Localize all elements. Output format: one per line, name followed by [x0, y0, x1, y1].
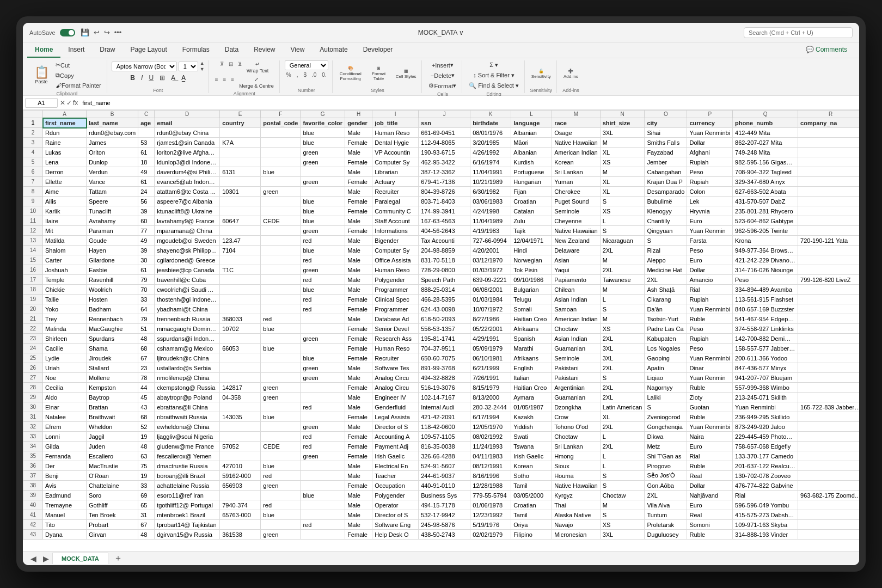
cell-r26-c15[interactable]: Dinar [687, 363, 733, 373]
cell-r43-c14[interactable]: Duguluosey [645, 530, 687, 540]
cell-r38-c3[interactable]: achattelaine Russia [155, 481, 220, 491]
cell-r11-c3[interactable]: lavrahamy9@ France [155, 216, 220, 226]
cut-button[interactable]: ✂ Cut [53, 60, 103, 70]
cell-r18-c0[interactable]: Chickie [43, 285, 87, 295]
cell-r13-c6[interactable]: red [301, 236, 345, 246]
cell-r20-c13[interactable]: S [600, 304, 645, 314]
align-center-btn[interactable]: ≡ [221, 76, 229, 90]
align-right-btn[interactable]: ≡ [229, 76, 236, 90]
header-cell-country[interactable]: country [220, 118, 261, 128]
cell-r24-c14[interactable]: Los Nogales [645, 344, 687, 353]
cell-r22-c5[interactable]: blue [261, 324, 301, 334]
cell-r34-c17[interactable] [798, 442, 859, 451]
cell-r14-c10[interactable]: 4/20/2001 [470, 246, 511, 255]
cell-r10-c3[interactable]: ktunaclift8@ Ukraine [155, 206, 220, 216]
header-cell-currency[interactable]: currency [687, 118, 733, 128]
cell-r14-c3[interactable]: shayenc@sk Philippines [155, 246, 220, 255]
cell-r42-c1[interactable]: Probart [87, 520, 138, 530]
comments-btn[interactable]: 💬 Comments [798, 42, 855, 58]
cell-r17-c1[interactable]: Ravenhill [87, 275, 138, 285]
cell-r20-c6[interactable]: red [301, 304, 345, 314]
cell-r30-c7[interactable]: Male [345, 402, 372, 412]
cell-r43-c10[interactable]: 02/02/1979 [470, 530, 511, 540]
header-cell-age[interactable]: age [138, 118, 155, 128]
cell-r3-c1[interactable]: James [87, 138, 138, 148]
cell-r30-c4[interactable] [220, 402, 261, 412]
cell-r8-c9[interactable]: 804-39-8726 [419, 187, 470, 197]
cell-r11-c1[interactable]: Avrahamy [87, 216, 138, 226]
cell-r25-c2[interactable]: 67 [138, 353, 155, 363]
col-J[interactable]: J [419, 111, 470, 118]
cell-r11-c17[interactable] [798, 216, 859, 226]
cell-r37-c14[interactable]: Sẽo Jos'Ò [645, 471, 687, 481]
cell-r37-c12[interactable]: Houma [552, 471, 601, 481]
cell-r31-c6[interactable] [301, 412, 345, 422]
cell-r32-c12[interactable]: Tohono O'od [552, 422, 601, 432]
cell-r13-c13[interactable]: Nicaraguan [600, 236, 645, 246]
cell-r26-c11[interactable]: English [511, 363, 552, 373]
cell-r13-c1[interactable]: Goude [87, 236, 138, 246]
cell-r36-c12[interactable]: Sioux [552, 461, 601, 471]
cell-r41-c17[interactable] [798, 510, 859, 520]
cell-r27-c16[interactable]: 941-207-707 Bluejam [733, 373, 798, 383]
cell-r34-c1[interactable]: Juden [87, 442, 138, 451]
cell-r26-c13[interactable]: 2XL [600, 363, 645, 373]
cell-r21-c15[interactable]: Ruble [687, 314, 733, 324]
cell-r33-c17[interactable] [798, 432, 859, 442]
cell-r3-c12[interactable]: Native Hawaiian [552, 138, 601, 148]
cell-r2-c15[interactable]: Yuan Renminbi [687, 128, 733, 138]
cell-r4-c13[interactable]: XL [600, 148, 645, 157]
cell-r5-c5[interactable] [261, 157, 301, 167]
cell-r9-c11[interactable]: Croatian [511, 197, 552, 206]
cell-r30-c8[interactable]: Genderfluid [372, 402, 419, 412]
cell-r12-c4[interactable] [220, 226, 261, 236]
cell-r40-c7[interactable]: Male [345, 500, 372, 510]
cell-r8-c12[interactable]: Cherokee [552, 187, 601, 197]
cell-r13-c11[interactable]: 12/04/1971 [511, 236, 552, 246]
cell-r32-c11[interactable]: Yiddish [511, 422, 552, 432]
cell-r29-c5[interactable]: green [261, 393, 301, 402]
cell-r9-c8[interactable]: Paralegal [372, 197, 419, 206]
cell-r39-c1[interactable]: Soro [87, 491, 138, 500]
cell-r7-c9[interactable]: 679-41-7136 [419, 177, 470, 187]
cell-r9-c15[interactable]: Lek [687, 197, 733, 206]
cell-r39-c13[interactable]: Choctaw [600, 491, 645, 500]
cell-r17-c5[interactable] [261, 275, 301, 285]
cell-r13-c15[interactable]: Farsta [687, 236, 733, 246]
cell-r8-c3[interactable]: atattam6@tc Costa Rica [155, 187, 220, 197]
cell-r15-c8[interactable]: Office Assista [372, 255, 419, 265]
cell-r8-c14[interactable]: Desamparado [645, 187, 687, 197]
cell-r41-c8[interactable]: Director of S [372, 510, 419, 520]
cell-r40-c6[interactable] [301, 500, 345, 510]
cell-r39-c5[interactable] [261, 491, 301, 500]
cell-r6-c1[interactable]: Verdun [87, 167, 138, 177]
cell-r8-c1[interactable]: Tattam [87, 187, 138, 197]
cell-r39-c4[interactable] [220, 491, 261, 500]
cell-r36-c10[interactable]: 08/12/1991 [470, 461, 511, 471]
cell-r22-c10[interactable]: 05/22/2001 [470, 324, 511, 334]
cell-r21-c6[interactable] [301, 314, 345, 324]
cell-r28-c17[interactable] [798, 383, 859, 393]
cell-r10-c2[interactable]: 39 [138, 206, 155, 216]
cell-r34-c10[interactable]: 11/24/1993 [470, 442, 511, 451]
cell-r35-c17[interactable] [798, 451, 859, 461]
cell-r31-c7[interactable]: Female [345, 412, 372, 422]
cell-r43-c2[interactable]: 48 [138, 530, 155, 540]
sheet-container[interactable]: A B C D E F G H I J K L M [23, 110, 859, 551]
cell-r20-c1[interactable]: Badham [87, 304, 138, 314]
cell-r29-c1[interactable]: Baytrop [87, 393, 138, 402]
cell-r42-c6[interactable]: red [301, 520, 345, 530]
cell-r20-c17[interactable] [798, 304, 859, 314]
cell-r13-c0[interactable]: Matilda [43, 236, 87, 246]
cell-r19-c16[interactable]: 113-561-915 Flashset [733, 295, 798, 304]
cell-r7-c0[interactable]: Ellette [43, 177, 87, 187]
cell-r38-c11[interactable]: Tamil [511, 481, 552, 491]
cell-r16-c5[interactable] [261, 265, 301, 275]
cell-r12-c2[interactable]: 77 [138, 226, 155, 236]
sheet-nav-prev[interactable]: ◀ [27, 554, 40, 563]
cell-r24-c2[interactable]: 68 [138, 344, 155, 353]
cell-r31-c15[interactable]: Ruble [687, 412, 733, 422]
cell-r5-c10[interactable]: 6/16/1974 [470, 157, 511, 167]
cell-r12-c8[interactable]: Informations [372, 226, 419, 236]
cell-r4-c11[interactable]: Albanian [511, 148, 552, 157]
